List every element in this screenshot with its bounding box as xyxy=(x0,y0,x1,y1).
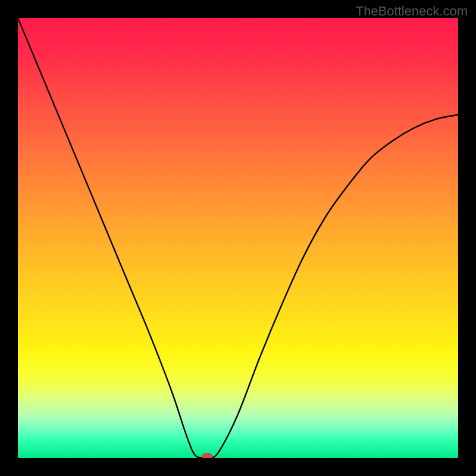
bottleneck-curve-line xyxy=(18,18,458,458)
optimum-marker xyxy=(202,453,212,458)
watermark-text: TheBottleneck.com xyxy=(356,4,468,19)
chart-svg xyxy=(18,18,458,458)
chart-plot-area xyxy=(18,18,458,458)
